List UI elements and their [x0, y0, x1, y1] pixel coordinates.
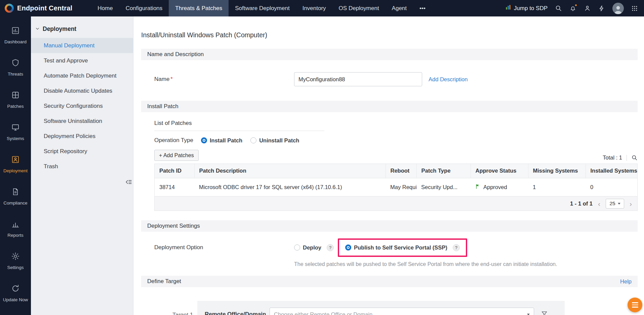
uninstall-patch-radio[interactable]: Uninstall Patch	[250, 137, 299, 144]
operation-type-label: Operation Type	[154, 137, 201, 144]
col-patch-id: Patch ID	[155, 164, 194, 178]
jump-to-sdp-button[interactable]: Jump to SDP	[505, 4, 548, 12]
next-page-icon[interactable]: ›	[630, 200, 632, 207]
rail-item-threats[interactable]: Threats	[0, 51, 31, 84]
deployment-option-label: Deployment Option	[154, 244, 294, 251]
sidebar-title: Deployment	[43, 26, 76, 33]
user-avatar[interactable]	[612, 3, 624, 14]
publish-ssp-radio[interactable]: Publish to Self Service Portal (SSP)	[345, 244, 447, 251]
radio-unselected-icon	[294, 244, 300, 251]
nav-item-agent[interactable]: Agent	[386, 0, 413, 16]
user-alerts-icon[interactable]	[584, 5, 591, 12]
divider	[627, 155, 627, 161]
left-rail: Dashboard Threats Patches Systems Deploy…	[0, 16, 31, 315]
rail-item-settings[interactable]: Settings	[0, 245, 31, 277]
add-description-link[interactable]: Add Description	[429, 76, 468, 83]
operation-type-row: Operation Type Install Patch Uninstall P…	[154, 137, 638, 144]
brand[interactable]: Endpoint Central	[0, 4, 72, 13]
deployment-option-row: Deployment Option Deploy ? Publish to Se…	[154, 237, 638, 258]
sdp-logo-icon	[505, 4, 511, 12]
rail-item-reports[interactable]: Reports	[0, 213, 31, 245]
col-patch-type: Patch Type	[416, 164, 471, 178]
rail-item-compliance[interactable]: Compliance	[0, 180, 31, 213]
main-menu: Home Configurations Threats & Patches So…	[91, 0, 432, 16]
sidebar-item-manual-deployment[interactable]: Manual Deployment	[31, 38, 133, 53]
page-size-select[interactable]: 25	[606, 199, 624, 209]
patch-icon	[11, 91, 20, 101]
rail-item-systems[interactable]: Systems	[0, 116, 31, 148]
notifications-bell-icon[interactable]	[569, 5, 576, 12]
document-icon	[11, 187, 20, 197]
top-navigation: Endpoint Central Home Configurations Thr…	[0, 0, 644, 16]
radio-selected-icon	[201, 137, 207, 143]
radio-label: Deploy	[303, 244, 321, 251]
add-patches-button[interactable]: + Add Patches	[154, 150, 199, 161]
sidebar-item-script-repository[interactable]: Script Repository	[31, 144, 133, 159]
total-box: Total : 1	[603, 154, 638, 161]
jump-to-sdp-label: Jump to SDP	[514, 5, 548, 12]
dashboard-icon	[11, 26, 20, 36]
sidebar-item-disable-automatic-updates[interactable]: Disable Automatic Updates	[31, 83, 133, 98]
sidebar-item-deployment-policies[interactable]: Deployment Policies	[31, 129, 133, 144]
topnav-right-cluster: Jump to SDP	[505, 3, 644, 14]
sidebar-item-software-uninstallation[interactable]: Software Uninstallation	[31, 114, 133, 129]
ssp-helper-text: The selected patches will be pushed to t…	[294, 261, 638, 267]
table-header-row: Patch ID Patch Description Reboot Patch …	[155, 164, 638, 178]
floating-menu-button[interactable]	[628, 298, 642, 312]
section-header-deployment-settings: Deployment Settings	[141, 220, 638, 232]
endpoint-central-logo-icon	[5, 4, 14, 13]
ssp-highlight-box: Publish to Self Service Portal (SSP) ?	[338, 238, 467, 257]
approve-status-text: Approved	[483, 184, 507, 190]
shield-icon	[11, 58, 20, 69]
nav-item-threats-patches[interactable]: Threats & Patches	[169, 0, 229, 16]
rail-item-patches[interactable]: Patches	[0, 84, 31, 116]
radio-label: Publish to Self Service Portal (SSP)	[354, 244, 447, 251]
quick-actions-bolt-icon[interactable]	[598, 5, 605, 12]
section-title: Define Target	[147, 278, 181, 285]
sidebar-item-test-and-approve[interactable]: Test and Approve	[31, 53, 133, 68]
nav-item-home[interactable]: Home	[91, 0, 119, 16]
nav-item-inventory[interactable]: Inventory	[296, 0, 332, 16]
sidebar-item-security-configurations[interactable]: Security Configurations	[31, 98, 133, 114]
apps-grid-icon[interactable]	[631, 5, 638, 12]
prev-page-icon[interactable]: ‹	[598, 200, 600, 207]
patches-table: Patch ID Patch Description Reboot Patch …	[154, 164, 638, 196]
rail-item-update-now[interactable]: Update Now	[0, 277, 31, 309]
sidebar-item-trash[interactable]: Trash	[31, 159, 133, 174]
nav-item-os-deployment[interactable]: OS Deployment	[332, 0, 386, 16]
ssp-help-icon[interactable]: ?	[453, 244, 460, 251]
rail-label: Compliance	[3, 200, 27, 206]
brand-name: Endpoint Central	[17, 4, 72, 12]
col-missing-systems: Missing Systems	[528, 164, 586, 178]
filter-funnel-icon[interactable]	[541, 308, 548, 315]
section-title: Install Patch	[147, 103, 178, 110]
refresh-icon	[11, 284, 20, 294]
rail-label: Deployment	[3, 168, 28, 173]
required-asterisk: *	[170, 76, 173, 82]
rail-label: Systems	[7, 136, 24, 141]
section-header-define-target: Define Target Help	[141, 276, 638, 287]
col-reboot: Reboot	[386, 164, 416, 178]
deploy-radio[interactable]: Deploy	[294, 244, 321, 251]
nav-item-configurations[interactable]: Configurations	[119, 0, 169, 16]
table-row[interactable]: 38714 Microsoft ODBC driver 17 for SQL s…	[155, 178, 638, 196]
nav-item-software-deployment[interactable]: Software Deployment	[229, 0, 296, 16]
page-title: Install/Uninstall Windows Patch (Compute…	[141, 31, 638, 39]
remote-office-domain-select[interactable]: Choose either Remote Office or Domain	[270, 308, 534, 315]
rail-item-dashboard[interactable]: Dashboard	[0, 19, 31, 51]
more-menu[interactable]: •••	[413, 0, 432, 16]
cell-description: Microsoft ODBC driver 17 for SQL server …	[194, 178, 386, 196]
caret-down-icon	[527, 314, 530, 315]
sidebar-item-automate-patch-deployment[interactable]: Automate Patch Deployment	[31, 68, 133, 83]
deploy-help-icon[interactable]: ?	[327, 244, 334, 251]
deployment-sidebar: Deployment Manual Deployment Test and Ap…	[31, 16, 133, 315]
help-link[interactable]: Help	[620, 278, 632, 285]
sidebar-collapse-icon[interactable]	[125, 178, 132, 187]
rail-item-deployment[interactable]: Deployment	[0, 148, 31, 180]
sidebar-section-header[interactable]: Deployment	[31, 16, 133, 38]
name-label-text: Name	[154, 76, 169, 82]
search-icon[interactable]	[555, 5, 562, 12]
search-patches-icon[interactable]	[631, 154, 638, 161]
install-patch-radio[interactable]: Install Patch	[201, 137, 242, 144]
name-input[interactable]	[294, 72, 422, 86]
